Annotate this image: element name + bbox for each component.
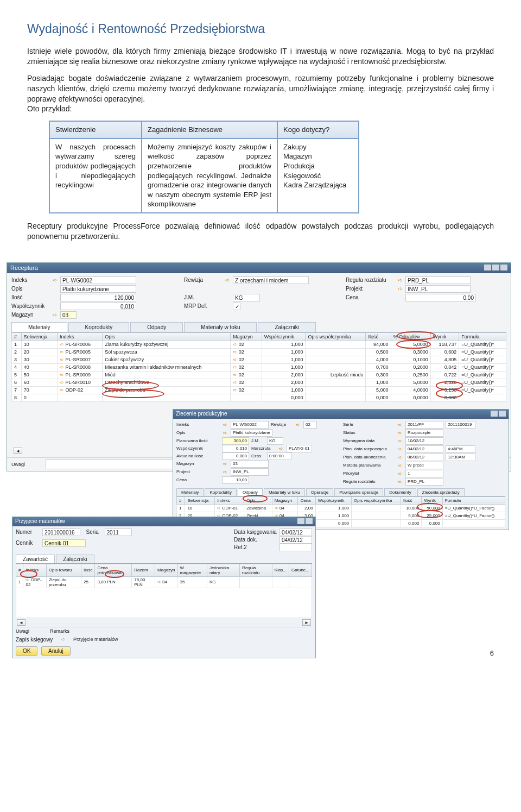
close-icon[interactable]	[499, 411, 506, 417]
minimize-icon[interactable]	[491, 411, 498, 417]
regula-field[interactable]: PRD_PL	[405, 276, 471, 284]
close-icon[interactable]	[306, 518, 313, 524]
zlecenie-tabs: MateriałyKoproduktyOdpadyMateriały w tok…	[176, 488, 505, 496]
przyjecie-link[interactable]: Przyjęcie materiałów	[73, 637, 118, 642]
scroll-left-icon[interactable]: ◄	[17, 619, 26, 626]
page-title: Wydajność i Rentowność Przedsiębiorstwa	[27, 22, 494, 36]
receptura-tabs: Materiały Koprodukty Odpady Materiały w …	[11, 322, 506, 332]
minimize-icon[interactable]	[484, 265, 491, 270]
indeks-label: Indeks	[11, 277, 49, 283]
arrow-icon[interactable]: ➪	[52, 312, 58, 318]
jm-field[interactable]: KG	[233, 294, 260, 301]
przyjecie-grid[interactable]: #IndeksOpis towaruIlośćCena jednostkowaR…	[16, 564, 312, 588]
tab-7[interactable]: Zlecenia sprzedaży	[417, 488, 465, 496]
arrow-icon[interactable]: ➪	[224, 277, 231, 283]
zapis-label: Zapis księgowy	[16, 637, 54, 643]
wspol-label: Współczynnik	[11, 303, 49, 309]
tab-materialy-w-toku[interactable]: Materiały w toku	[184, 322, 257, 332]
seria-field[interactable]: 2011	[105, 528, 132, 536]
przyjecie-title: Przyjęcie materiałów	[15, 518, 65, 525]
numer-label: Numer	[16, 529, 40, 535]
arrow-icon[interactable]: ➪	[397, 277, 403, 283]
regula-label: Reguła rozdziału	[346, 277, 395, 283]
przyjecie-window: Przyjęcie materiałów Numer2011000016 Ser…	[12, 517, 316, 658]
dataks-label: Data księgowania	[234, 529, 277, 535]
biz-h1: Stwierdzenie	[49, 121, 142, 139]
maximize-icon[interactable]	[492, 265, 499, 270]
zlecenie-title: Zlecenie produkcyjne	[176, 411, 227, 418]
intro-p1: Istnieje wiele powodów, dla których firm…	[27, 46, 494, 67]
wspol-field[interactable]: 0,010	[60, 303, 136, 310]
projekt-label: Projekt	[346, 286, 395, 292]
jm-label: J.M.	[184, 294, 222, 300]
scroll-right-icon[interactable]: ►	[302, 619, 311, 626]
tab-6[interactable]: Dokumenty	[384, 488, 416, 496]
zlecenie-window: Zlecenie produkcyjne Indeks➪PL-WG0002 Re…	[173, 409, 509, 530]
tab-odpady[interactable]: Odpady	[130, 322, 183, 332]
opis-field[interactable]: Płatki kukurydziane	[60, 285, 136, 293]
ilosc-label: Ilość	[11, 294, 49, 300]
tab-0[interactable]: Materiały	[176, 488, 204, 496]
intro-p2: Posiadając bogate doświadczenie związane…	[27, 73, 494, 115]
tab-4[interactable]: Operacje	[306, 488, 333, 496]
arrow-icon[interactable]: ➪	[60, 637, 67, 642]
arrow-icon[interactable]: ➪	[397, 286, 403, 292]
ref-label: Ref.2	[234, 544, 277, 550]
cennik-label: Cennik	[16, 540, 40, 546]
window-controls[interactable]	[483, 265, 507, 272]
receptura-titlebar[interactable]: Receptura	[7, 263, 511, 273]
rewizja-field[interactable]: Z orzechami i miodem	[233, 276, 309, 284]
zlecenie-titlebar[interactable]: Zlecenie produkcyjne	[173, 410, 509, 419]
business-table: Stwierdzenie Zagadnienie Biznesowe Kogo …	[49, 121, 359, 213]
tab-2[interactable]: Odpady	[238, 488, 263, 496]
tab-koprodukty[interactable]: Koprodukty	[68, 322, 130, 332]
biz-c2: Możemy zmniejszyć koszty zakupów i wielk…	[142, 139, 277, 213]
indeks-field[interactable]: PL-WG0002	[60, 276, 136, 284]
biz-c3: Zakupy Magazyn Produkcja Księgowość Kadr…	[277, 139, 359, 213]
cennik-field[interactable]: Cennik 01	[42, 539, 86, 547]
tab-zalaczniki[interactable]: Załączniki	[258, 322, 315, 332]
close-icon[interactable]	[500, 265, 507, 270]
datadok-field[interactable]: 04/02/12	[279, 536, 312, 544]
tab-3[interactable]: Materiały w toku	[264, 488, 305, 496]
arrow-icon[interactable]: ➪	[52, 277, 58, 283]
biz-c1: W naszych procesach wytwarzamy szereg pr…	[49, 139, 142, 213]
intro-p3: Receptury produkcyjne ProcessForce pozwa…	[27, 221, 494, 242]
uwagi-label: Uwagi	[11, 462, 41, 467]
uwagi-label: Uwagi	[16, 628, 46, 634]
tab-1[interactable]: Koprodukty	[205, 488, 236, 496]
tab-materialy[interactable]: Materiały	[11, 322, 67, 332]
tab-zawartosc[interactable]: Zawartość	[16, 555, 55, 563]
datadok-label: Data dok.	[234, 537, 277, 543]
mrp-checkbox[interactable]: ✓	[233, 303, 240, 310]
opis-label: Opis	[11, 286, 49, 292]
ilosc-field[interactable]: 120,000	[60, 294, 136, 301]
mrp-label: MRP Def.	[184, 303, 222, 309]
receptura-grid[interactable]: #SekwencjaIndeksOpisMagazynWspółczynnikO…	[11, 332, 506, 402]
biz-h3: Kogo dotyczy?	[277, 121, 359, 139]
tab-5[interactable]: Powiązane operacje	[334, 488, 383, 496]
remarks-field[interactable]: Remarks	[50, 628, 93, 634]
receptura-title: Receptura	[10, 265, 38, 272]
minimize-icon[interactable]	[297, 518, 304, 524]
dataks-field[interactable]: 04/02/12	[279, 528, 312, 536]
tab-zalaczniki[interactable]: Załączniki	[56, 555, 94, 563]
seria-label: Seria	[86, 529, 103, 535]
numer-field[interactable]: 2011000016	[42, 528, 80, 536]
scroll-left-icon[interactable]: ◄	[14, 448, 22, 454]
ref-field[interactable]	[279, 544, 312, 551]
rewizja-label: Rewizja	[184, 277, 222, 283]
magazyn-label: Magazyn	[11, 312, 49, 318]
cena-field[interactable]: 0,00	[405, 294, 476, 301]
cena-label: Cena	[346, 294, 395, 300]
anuluj-button[interactable]: Anuluj	[41, 646, 71, 656]
magazyn-field[interactable]: 03	[60, 311, 77, 319]
projekt-field[interactable]: INW_PL	[405, 285, 471, 293]
biz-h2: Zagadnienie Biznesowe	[142, 121, 277, 139]
przyjecie-titlebar[interactable]: Przyjęcie materiałów	[12, 517, 315, 526]
ok-button[interactable]: OK	[16, 646, 37, 656]
